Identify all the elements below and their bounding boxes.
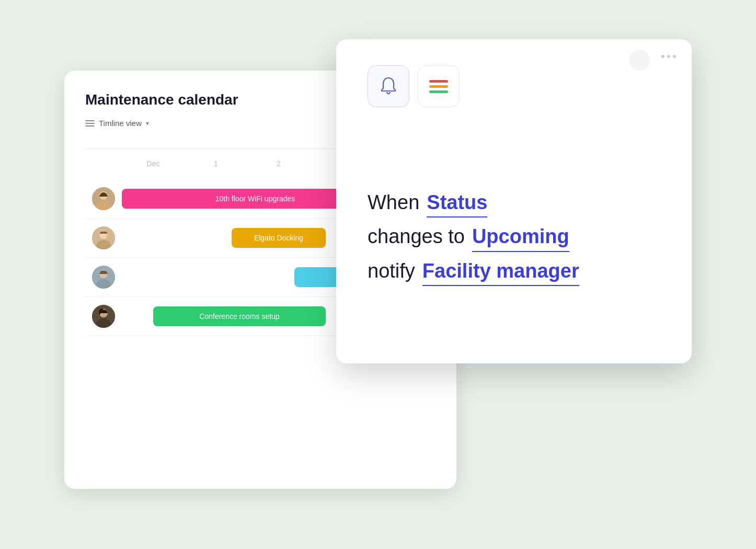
search-circle[interactable]	[629, 50, 650, 71]
filter-icon-box[interactable]	[418, 65, 460, 107]
notif-notify-prefix: notify	[368, 258, 415, 284]
avatar-col-1	[85, 187, 122, 210]
task-bar-conference[interactable]: Conference rooms setup	[153, 306, 326, 326]
bell-icon	[378, 76, 399, 97]
avatar-1	[92, 187, 115, 210]
avatar-2	[92, 226, 115, 249]
notification-icons-row	[368, 65, 660, 107]
notif-upcoming-keyword[interactable]: Upcoming	[472, 224, 569, 251]
notif-manager-keyword[interactable]: Facility manager	[422, 258, 579, 286]
task-label-2: Elgato Docking	[254, 234, 303, 242]
notif-changes-prefix: changes to	[368, 224, 465, 249]
dots-menu[interactable]	[661, 55, 676, 58]
date-month: Dec	[122, 159, 185, 174]
bell-icon-box[interactable]	[368, 65, 409, 107]
notif-line-1: When Status	[368, 190, 660, 218]
task-label-1: 10th floor WiFi upgrades	[215, 195, 295, 203]
filter-line-yellow	[429, 85, 448, 88]
task-label-4: Conference rooms setup	[199, 312, 279, 321]
view-label: Timline view	[99, 119, 142, 128]
date-1: 1	[185, 159, 247, 174]
notif-when-prefix: When	[368, 190, 419, 215]
avatar-3	[92, 266, 115, 289]
filter-line-green	[429, 90, 448, 93]
date-2: 2	[247, 159, 310, 174]
avatar-col-4	[85, 305, 122, 328]
filter-line-red	[429, 80, 448, 83]
dot-2	[667, 55, 670, 58]
notif-line-2: changes to Upcoming	[368, 224, 660, 251]
hamburger-icon	[85, 120, 95, 127]
avatar-col-3	[85, 266, 122, 289]
dot-1	[661, 55, 665, 58]
notification-content: When Status changes to Upcoming notify F…	[368, 139, 660, 337]
avatar-col-2	[85, 226, 122, 249]
notification-card: When Status changes to Upcoming notify F…	[336, 39, 692, 363]
scene: Maintenance calendar Timline view ▾ Dec …	[64, 39, 692, 510]
dot-3	[673, 55, 676, 58]
chevron-down-icon: ▾	[146, 120, 149, 127]
notif-status-keyword[interactable]: Status	[427, 190, 487, 218]
task-bar-elgato[interactable]: Elgato Docking	[232, 228, 326, 248]
notif-line-3: notify Facility manager	[368, 258, 660, 286]
filter-lines-icon	[429, 80, 448, 93]
avatar-4	[92, 305, 115, 328]
